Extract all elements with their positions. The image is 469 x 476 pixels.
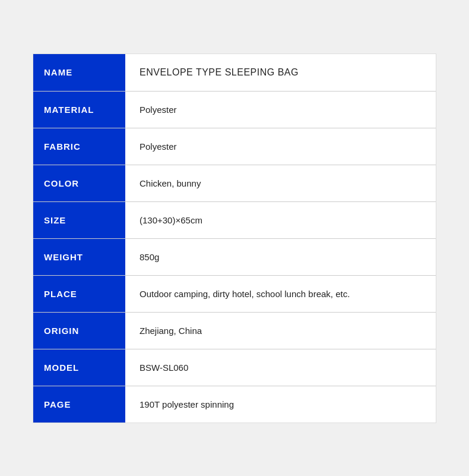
label-cell-material: MATERIAL bbox=[33, 92, 125, 128]
table-row: SIZE(130+30)×65cm bbox=[33, 202, 436, 239]
label-cell-model: MODEL bbox=[33, 349, 125, 386]
table-row: WEIGHT850g bbox=[33, 239, 436, 276]
label-cell-name: NAME bbox=[33, 54, 125, 91]
value-cell-weight: 850g bbox=[125, 239, 436, 275]
table-row: PLACEOutdoor camping, dirty hotel, schoo… bbox=[33, 276, 436, 313]
table-row: NAMEENVELOPE TYPE SLEEPING BAG bbox=[33, 54, 436, 92]
table-row: ORIGINZhejiang, China bbox=[33, 313, 436, 349]
label-cell-origin: ORIGIN bbox=[33, 313, 125, 349]
value-cell-model: BSW-SL060 bbox=[125, 349, 436, 386]
value-cell-origin: Zhejiang, China bbox=[125, 313, 436, 349]
table-row: MODELBSW-SL060 bbox=[33, 349, 436, 386]
page-wrapper: NAMEENVELOPE TYPE SLEEPING BAGMATERIALPo… bbox=[0, 0, 469, 476]
label-cell-place: PLACE bbox=[33, 276, 125, 312]
value-cell-fabric: Polyester bbox=[125, 128, 436, 165]
value-cell-color: Chicken, bunny bbox=[125, 165, 436, 201]
value-cell-size: (130+30)×65cm bbox=[125, 202, 436, 238]
value-cell-name: ENVELOPE TYPE SLEEPING BAG bbox=[125, 54, 436, 91]
label-cell-page: PAGE bbox=[33, 386, 125, 423]
value-cell-material: Polyester bbox=[125, 92, 436, 128]
table-row: FABRICPolyester bbox=[33, 128, 436, 165]
value-cell-page: 190T polyester spinning bbox=[125, 386, 436, 423]
table-row: PAGE190T polyester spinning bbox=[33, 386, 436, 423]
table-row: MATERIALPolyester bbox=[33, 92, 436, 128]
label-cell-size: SIZE bbox=[33, 202, 125, 238]
label-cell-color: COLOR bbox=[33, 165, 125, 201]
product-table: NAMEENVELOPE TYPE SLEEPING BAGMATERIALPo… bbox=[33, 53, 436, 423]
label-cell-fabric: FABRIC bbox=[33, 128, 125, 165]
value-cell-place: Outdoor camping, dirty hotel, school lun… bbox=[125, 276, 436, 312]
table-row: COLORChicken, bunny bbox=[33, 165, 436, 202]
label-cell-weight: WEIGHT bbox=[33, 239, 125, 275]
